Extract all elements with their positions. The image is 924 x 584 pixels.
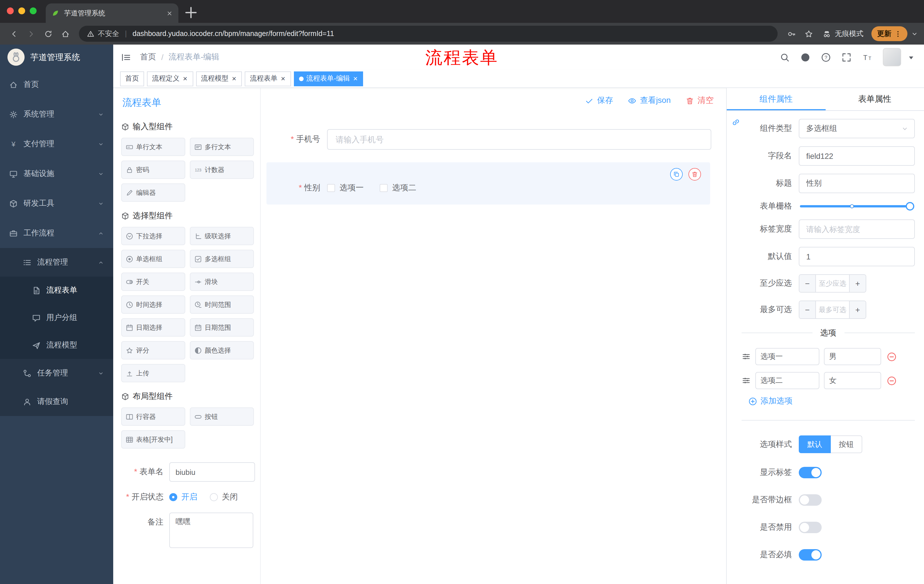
component-table[interactable]: 表格[开发中] [121,430,185,449]
toggle-off[interactable] [799,494,822,506]
sidebar-item-list[interactable]: 流程管理 [0,248,113,276]
component-color[interactable]: 颜色选择 [190,341,254,359]
component-editor[interactable]: 编辑器 [121,183,185,202]
component-lock[interactable]: 密码 [121,161,185,179]
increment-button[interactable]: + [849,275,866,292]
field-name-input[interactable] [799,146,915,166]
tag-close-icon[interactable]: × [182,75,188,82]
bookmark-star-icon[interactable] [804,30,813,38]
radio-open[interactable]: 开启 [169,492,197,502]
toggle-on[interactable] [799,467,822,478]
component-select[interactable]: 下拉选择 [121,227,185,245]
github-icon[interactable] [800,52,810,62]
help-icon[interactable]: ? [821,52,831,62]
search-icon[interactable] [780,52,790,62]
sidebar-item-user[interactable]: 请假查询 [0,387,113,416]
sidebar-item-yen[interactable]: ¥支付管理 [0,129,113,159]
phone-field[interactable]: 手机号 [265,129,711,150]
tag-close-icon[interactable]: × [280,75,285,82]
update-button[interactable]: 更新 [871,26,908,41]
component-slider[interactable]: 滑块 [190,273,254,291]
window-close-button[interactable] [7,7,14,14]
title-input[interactable] [799,174,915,193]
component-textline[interactable]: 单行文本 [121,138,185,156]
sidebar-item-home[interactable]: 首页 [0,70,113,99]
remark-textarea[interactable]: 嘿嘿 [169,513,253,548]
avatar[interactable] [883,48,901,66]
toggle-off[interactable] [799,522,822,533]
component-counter[interactable]: 123计数器 [190,161,254,179]
browser-tab[interactable]: 芋道管理系统 [46,3,178,23]
component-daterange[interactable]: 日期范围 [190,318,254,337]
copy-component-button[interactable] [670,168,683,181]
sidebar-item-briefcase[interactable]: 工作流程 [0,218,113,248]
option-label-input[interactable] [755,372,819,389]
label-width-input[interactable] [799,219,915,239]
forward-button[interactable] [26,30,35,38]
sidebar-toggle-icon[interactable] [121,52,131,62]
component-textarea[interactable]: 多行文本 [190,138,254,156]
component-checkbox[interactable]: 多选框组 [190,250,254,268]
sidebar-item-box[interactable]: 研发工具 [0,189,113,218]
option-value-input[interactable] [824,372,881,389]
remove-option-icon[interactable] [887,376,896,385]
component-timerange[interactable]: 时间范围 [190,295,254,314]
sidebar-logo[interactable]: 芋道管理系统 [0,44,113,70]
tab-close-icon[interactable] [167,10,173,16]
tag-4[interactable]: 流程表单-编辑× [294,71,363,86]
default-value-input[interactable] [799,247,915,266]
option-value-input[interactable] [824,348,881,365]
tag-1[interactable]: 流程定义× [147,71,193,86]
security-label[interactable]: 不安全 [98,29,119,39]
tag-close-icon[interactable]: × [231,75,237,82]
checkbox-option[interactable]: 选项一 [327,183,364,193]
sidebar-item-monitor[interactable]: 基础设施 [0,159,113,189]
new-tab-button[interactable] [183,5,199,21]
breadcrumb-home[interactable]: 首页 [140,52,156,62]
view-json-button[interactable]: 查看json [628,95,671,106]
remove-option-icon[interactable] [887,352,896,362]
selected-component-gender[interactable]: 性别 选项一选项二 [266,162,710,204]
tag-close-icon[interactable]: × [353,75,358,82]
delete-component-button[interactable] [688,168,701,181]
tag-2[interactable]: 流程模型× [196,71,242,86]
increment-button[interactable]: + [849,301,866,318]
component-rowbox[interactable]: 行容器 [121,408,185,426]
style-button-button[interactable]: 按钮 [831,436,862,453]
component-upload[interactable]: 上传 [121,364,185,382]
font-size-icon[interactable]: TT [862,52,872,62]
reload-button[interactable] [44,30,52,38]
tab-form-props[interactable]: 表单属性 [825,88,924,110]
checkbox[interactable] [380,184,388,192]
sidebar-item-chat[interactable]: 用户分组 [0,304,113,331]
phone-input[interactable] [327,129,711,150]
password-key-icon[interactable] [787,30,795,38]
sidebar-item-flow[interactable]: 任务管理 [0,359,113,387]
component-type-select[interactable]: 多选框组 [799,119,915,138]
drag-handle-icon[interactable] [742,352,751,361]
add-option-button[interactable]: 添加选项 [749,396,915,406]
window-minimize-button[interactable] [18,7,25,14]
option-label-input[interactable] [755,348,819,365]
sidebar-item-send[interactable]: 流程模型 [0,331,113,359]
component-date[interactable]: 日期选择 [121,318,185,337]
address-bar[interactable]: 不安全 | dashboard.yudao.iocoder.cn/bpm/man… [79,26,778,42]
tab-component-props[interactable]: 组件属性 [727,88,825,110]
radio-closed[interactable]: 关闭 [210,492,238,502]
component-time[interactable]: 时间选择 [121,295,185,314]
style-default-button[interactable]: 默认 [799,436,831,453]
tag-3[interactable]: 流程表单× [245,71,291,86]
sidebar-item-doc[interactable]: 流程表单 [0,276,113,304]
drag-handle-icon[interactable] [742,376,751,385]
home-button[interactable] [61,30,69,38]
toggle-on[interactable] [799,549,822,561]
decrement-button[interactable]: − [799,301,816,318]
fullscreen-icon[interactable] [842,52,851,62]
component-cascader[interactable]: 级联选择 [190,227,254,245]
slider-handle[interactable] [906,202,914,211]
decrement-button[interactable]: − [799,275,816,292]
sidebar-item-gear[interactable]: 系统管理 [0,99,113,129]
max-select-value[interactable]: 最多可选 [816,301,849,318]
link-icon[interactable] [731,118,741,127]
chevron-down-icon[interactable] [911,30,918,38]
